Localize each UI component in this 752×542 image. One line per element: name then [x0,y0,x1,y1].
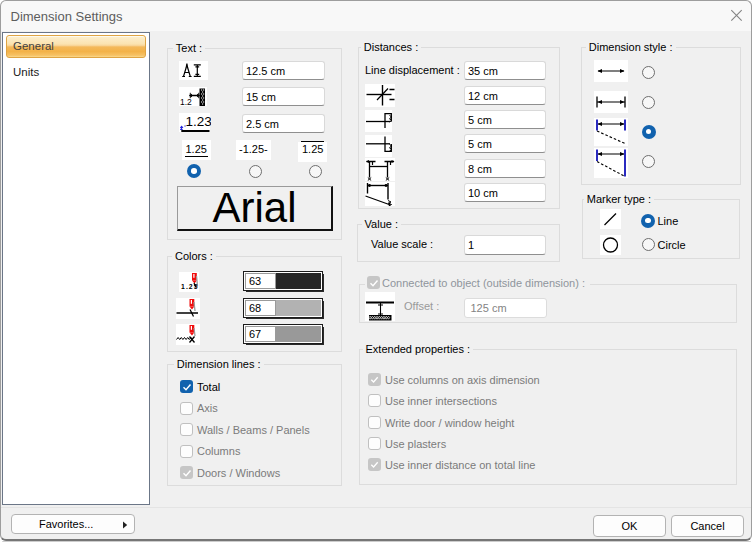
svg-text:1.25: 1.25 [181,283,199,290]
svg-text:1.23: 1.23 [185,114,211,129]
